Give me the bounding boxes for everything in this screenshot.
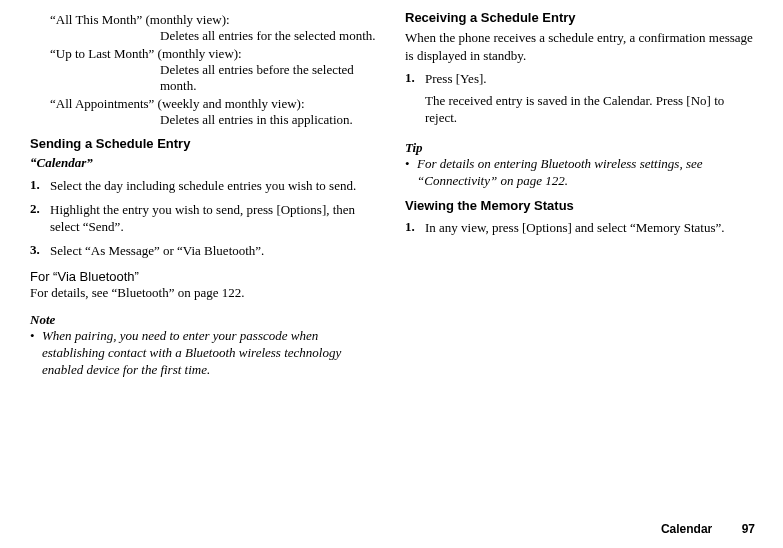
page: “All This Month” (monthly view): Deletes… <box>0 0 783 548</box>
step-text: In any view, press [Options] and select … <box>425 219 753 237</box>
left-column: “All This Month” (monthly view): Deletes… <box>30 10 378 378</box>
step-text: Press [Yes]. <box>425 70 753 88</box>
step-number: 1. <box>405 70 425 88</box>
term-all-this-month-desc: Deletes all entries for the selected mon… <box>160 28 378 44</box>
step-number: 2. <box>30 201 50 236</box>
sending-step-3: 3. Select “As Message” or “Via Bluetooth… <box>30 242 378 260</box>
sending-schedule-heading: Sending a Schedule Entry <box>30 136 378 151</box>
term-all-this-month: “All This Month” (monthly view): <box>50 12 378 28</box>
term-all-appointments-desc: Deletes all entries in this application. <box>160 112 378 128</box>
memory-step-1: 1. In any view, press [Options] and sele… <box>405 219 753 237</box>
step-text: Select “As Message” or “Via Bluetooth”. <box>50 242 378 260</box>
step-number: 1. <box>30 177 50 195</box>
bullet-dot-icon: • <box>30 328 42 379</box>
receiving-schedule-heading: Receiving a Schedule Entry <box>405 10 753 25</box>
note-bullet-text: When pairing, you need to enter your pas… <box>42 328 378 379</box>
receiving-step-1-sub: The received entry is saved in the Calen… <box>425 92 753 127</box>
sending-step-2: 2. Highlight the entry you wish to send,… <box>30 201 378 236</box>
via-bluetooth-subhead: For “Via Bluetooth” <box>30 269 378 284</box>
footer-page-number: 97 <box>742 522 755 536</box>
memory-status-heading: Viewing the Memory Status <box>405 198 753 213</box>
step-number: 1. <box>405 219 425 237</box>
step-text: Select the day including schedule entrie… <box>50 177 378 195</box>
note-heading: Note <box>30 312 378 328</box>
page-footer: Calendar 97 <box>661 522 755 536</box>
right-column: Receiving a Schedule Entry When the phon… <box>405 10 753 236</box>
step-number: 3. <box>30 242 50 260</box>
tip-heading: Tip <box>405 140 753 156</box>
receiving-step-1: 1. Press [Yes]. <box>405 70 753 88</box>
term-all-appointments: “All Appointments” (weekly and monthly v… <box>50 96 378 112</box>
tip-bullet-text: For details on entering Bluetooth wirele… <box>417 156 753 190</box>
receiving-body: When the phone receives a schedule entry… <box>405 29 753 64</box>
bullet-dot-icon: • <box>405 156 417 190</box>
step-text: Highlight the entry you wish to send, pr… <box>50 201 378 236</box>
term-up-to-last-month: “Up to Last Month” (monthly view): <box>50 46 378 62</box>
calendar-context: “Calendar” <box>30 155 378 171</box>
sending-step-1: 1. Select the day including schedule ent… <box>30 177 378 195</box>
term-up-to-last-month-desc: Deletes all entries before the selected … <box>160 62 378 94</box>
footer-section-label: Calendar <box>661 522 712 536</box>
via-bluetooth-body: For details, see “Bluetooth” on page 122… <box>30 284 378 302</box>
tip-bullet: • For details on entering Bluetooth wire… <box>405 156 753 190</box>
note-bullet: • When pairing, you need to enter your p… <box>30 328 378 379</box>
